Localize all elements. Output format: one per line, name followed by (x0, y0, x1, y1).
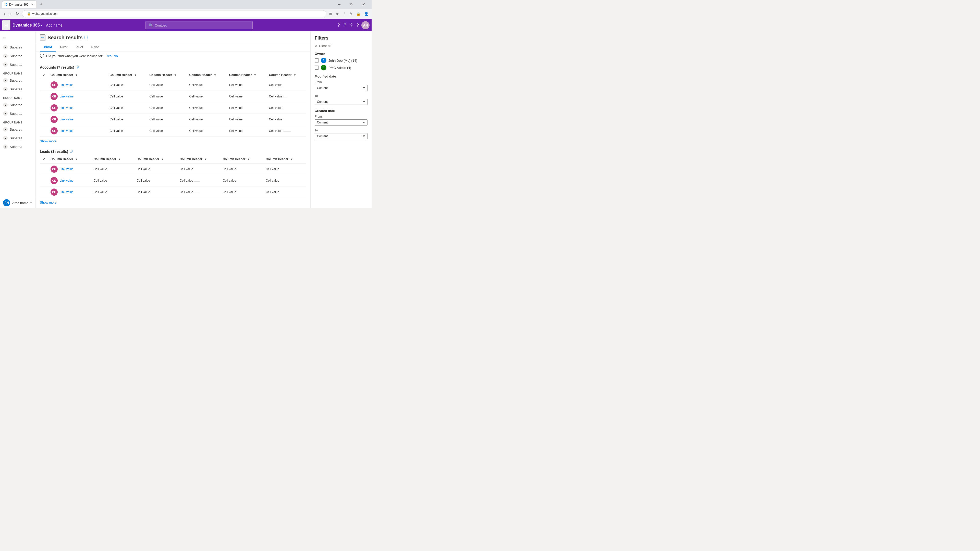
edit-button[interactable]: ✎ (348, 11, 354, 17)
active-tab[interactable]: D Dynamics 365 ✕ (2, 0, 37, 8)
brand-button[interactable]: Dynamics 365 ▾ (13, 23, 42, 27)
sidebar-item-label-3: Subarea (10, 63, 22, 67)
link-value[interactable]: Link value (60, 129, 73, 133)
feedback-yes[interactable]: Yes (106, 54, 111, 58)
leads-col-2[interactable]: Column Header ▼ (91, 155, 134, 164)
link-value[interactable]: Link value (60, 118, 73, 121)
pivot-tab-1[interactable]: Pivot (40, 43, 56, 52)
row-action-share[interactable]: ↗ (83, 83, 88, 87)
page-info-icon[interactable]: ⓘ (84, 35, 88, 40)
row-action-email[interactable]: ✉ (89, 83, 94, 87)
leads-col5-filter[interactable]: ▼ (247, 158, 250, 161)
link-cell: CE Link value (48, 175, 91, 186)
leads-col3-filter[interactable]: ▼ (161, 158, 164, 161)
feedback-no[interactable]: No (114, 54, 118, 58)
help-button-2[interactable]: ? (342, 21, 348, 29)
sidebar-item-subarea-9[interactable]: ● Subarea (0, 134, 35, 142)
check-all-icon[interactable]: ✓ (42, 73, 45, 77)
refresh-button[interactable]: ↻ (14, 10, 21, 17)
help-button-4[interactable]: ? (355, 21, 360, 29)
area-name-button[interactable]: AN Area name ⌃ (0, 197, 35, 208)
back-button[interactable]: ‹ (2, 11, 6, 17)
waffle-button[interactable]: ⊞ (2, 20, 11, 30)
restore-button[interactable]: ⧉ (345, 0, 357, 8)
close-button[interactable]: ✕ (358, 0, 369, 8)
cell-value: Cell value (177, 175, 220, 186)
link-value[interactable]: Link value (60, 106, 73, 110)
accounts-col-1[interactable]: Column Header ▼ (48, 71, 107, 79)
accounts-row-4: CE Link value Cell value Cell value Cell… (40, 114, 306, 125)
leads-check-all-icon[interactable]: ✓ (42, 157, 45, 161)
accounts-col-3[interactable]: Column Header ▼ (147, 71, 186, 79)
created-to-select[interactable]: Content Today Yesterday This week This m… (315, 133, 368, 139)
owner-2-checkbox[interactable] (315, 65, 319, 70)
cell-value: Cell value (220, 175, 263, 186)
user-avatar[interactable]: AN (361, 21, 369, 29)
search-box[interactable]: 🔍 (145, 21, 253, 29)
leads-show-more[interactable]: Show more (40, 199, 306, 207)
minimize-button[interactable]: ─ (333, 0, 345, 8)
link-value[interactable]: Link value (60, 167, 73, 171)
sidebar-item-subarea-6[interactable]: ● Subarea (0, 100, 35, 109)
pivot-tab-2[interactable]: Pivot (56, 43, 72, 52)
col1-filter-icon[interactable]: ▼ (75, 73, 78, 76)
link-value[interactable]: Link value (60, 83, 73, 87)
modified-to-select[interactable]: Content Today Yesterday This week This m… (315, 99, 368, 105)
new-tab-button[interactable]: + (38, 1, 45, 8)
leads-col-5[interactable]: Column Header ▼ (220, 155, 263, 164)
sidebar-item-subarea-8[interactable]: ● Subarea (0, 125, 35, 134)
sidebar-item-icon-7: ● (3, 111, 8, 116)
col2-filter-icon[interactable]: ▼ (134, 73, 137, 76)
pivot-tab-3[interactable]: Pivot (72, 43, 87, 52)
more-button[interactable]: ⋮ (342, 11, 347, 17)
leads-info-icon[interactable]: ⓘ (70, 149, 73, 154)
owner-1-checkbox[interactable] (315, 59, 319, 62)
sidebar-item-subarea-3[interactable]: ● Subarea (0, 60, 35, 69)
accounts-info-icon[interactable]: ⓘ (76, 65, 79, 69)
modified-from-select[interactable]: Content Today Yesterday This week This m… (315, 85, 368, 91)
leads-col4-filter[interactable]: ▼ (204, 158, 207, 161)
sidebar-toggle[interactable]: ≡ (0, 33, 35, 43)
link-value[interactable]: Link value (60, 95, 73, 98)
extensions-button[interactable]: ⊞ (328, 11, 333, 17)
leads-col6-filter[interactable]: ▼ (290, 158, 293, 161)
help-button-3[interactable]: ? (348, 21, 354, 29)
sidebar-item-subarea-4[interactable]: ● Subarea (0, 76, 35, 85)
link-value[interactable]: Link value (60, 190, 73, 194)
sidebar-item-subarea-1[interactable]: ● Subarea (0, 43, 35, 52)
col4-filter-icon[interactable]: ▼ (214, 73, 217, 76)
created-from-select[interactable]: Content Today Yesterday This week This m… (315, 119, 368, 125)
lock2-icon[interactable]: 🔒 (355, 11, 362, 17)
results-scroll[interactable]: Accounts (7 results) ⓘ ✓ Column Header ▼… (36, 60, 310, 208)
leads-col2-filter[interactable]: ▼ (118, 158, 121, 161)
help-button-1[interactable]: ? (336, 21, 341, 29)
leads-col-4[interactable]: Column Header ▼ (177, 155, 220, 164)
pivot-tab-4[interactable]: Pivot (87, 43, 103, 52)
favorites-button[interactable]: ★ (334, 11, 340, 17)
back-navigation-button[interactable]: ← (40, 35, 45, 41)
profile-button[interactable]: 👤 (363, 11, 369, 17)
sidebar-item-subarea-7[interactable]: ● Subarea (0, 109, 35, 118)
leads-col-3[interactable]: Column Header ▼ (134, 155, 177, 164)
row-action-assign[interactable]: 👤 (76, 83, 82, 87)
leads-col-1[interactable]: Column Header ▼ (48, 155, 91, 164)
leads-col1-filter[interactable]: ▼ (75, 158, 78, 161)
leads-col-6[interactable]: Column Header ▼ (263, 155, 306, 164)
accounts-col-6[interactable]: Column Header ▼ (266, 71, 306, 79)
sidebar-item-subarea-10[interactable]: ● Subarea (0, 142, 35, 151)
accounts-show-more[interactable]: Show more (40, 138, 306, 146)
address-bar[interactable]: 🔒 web.dynamics.com (22, 10, 326, 17)
accounts-col-4[interactable]: Column Header ▼ (187, 71, 227, 79)
col5-filter-icon[interactable]: ▼ (254, 73, 256, 76)
search-input[interactable] (155, 24, 249, 27)
clear-all-button[interactable]: ⊘ Clear all (315, 44, 368, 48)
tab-close-button[interactable]: ✕ (31, 3, 33, 6)
sidebar-item-subarea-5[interactable]: ● Subarea (0, 85, 35, 94)
sidebar-item-subarea-2[interactable]: ● Subarea (0, 52, 35, 60)
link-value[interactable]: Link value (60, 179, 73, 183)
forward-button[interactable]: › (8, 11, 12, 17)
accounts-col-2[interactable]: Column Header ▼ (107, 71, 147, 79)
accounts-col-5[interactable]: Column Header ▼ (227, 71, 266, 79)
col3-filter-icon[interactable]: ▼ (174, 73, 177, 76)
col6-filter-icon[interactable]: ▼ (293, 73, 296, 76)
